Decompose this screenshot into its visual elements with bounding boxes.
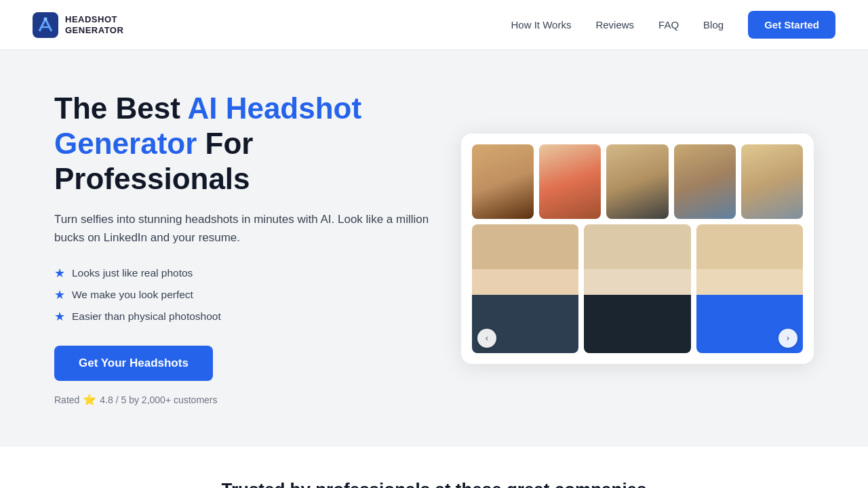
trusted-heading: Trusted by professionals at these great …: [54, 479, 814, 488]
rating-value: 4.8 / 5 by 2,000+ customers: [100, 394, 217, 405]
rating-label: Rated: [54, 394, 79, 405]
navbar: HEADSHOT GENERATOR How It Works Reviews …: [0, 0, 868, 50]
get-started-button[interactable]: Get Started: [748, 11, 835, 39]
headshot-collage: ‹ ›: [461, 134, 814, 364]
hero-image: ‹ ›: [461, 134, 814, 364]
logo-icon: [33, 12, 58, 38]
rating-text: Rated ⭐ 4.8 / 5 by 2,000+ customers: [54, 393, 434, 406]
headshot-pro-2: [584, 224, 690, 353]
rating-star-icon: ⭐: [83, 393, 96, 406]
logo[interactable]: HEADSHOT GENERATOR: [33, 12, 123, 38]
cta-button[interactable]: Get Your Headshots: [54, 346, 213, 381]
collage-row-top: [472, 144, 803, 219]
collage-row-bottom: ‹ ›: [472, 224, 803, 353]
nav-links: How It Works Reviews FAQ Blog Get Starte…: [511, 11, 836, 39]
star-icon-2: ★: [54, 287, 65, 302]
feature-label-3: Easier than physical photoshoot: [72, 310, 221, 323]
nav-reviews[interactable]: Reviews: [595, 19, 634, 30]
feature-item-3: ★ Easier than physical photoshoot: [54, 309, 434, 324]
star-icon-1: ★: [54, 266, 65, 281]
feature-item-2: ★ We make you look perfect: [54, 287, 434, 302]
svg-point-1: [44, 17, 47, 20]
feature-list: ★ Looks just like real photos ★ We make …: [54, 266, 434, 324]
headshot-4: [674, 144, 736, 219]
svg-rect-0: [33, 12, 58, 38]
headshot-pro-1: ‹: [472, 224, 578, 353]
nav-faq[interactable]: FAQ: [658, 19, 679, 30]
feature-label-1: Looks just like real photos: [72, 267, 193, 279]
headshot-1: [472, 144, 534, 219]
hero-subtitle: Turn selfies into stunning headshots in …: [54, 210, 434, 247]
trusted-section: Trusted by professionals at these great …: [0, 447, 868, 488]
hero-content: The Best AI Headshot Generator For Profe…: [54, 91, 434, 406]
headshot-5: [741, 144, 803, 219]
logo-text: HEADSHOT GENERATOR: [65, 14, 123, 35]
headshot-2: [539, 144, 601, 219]
heading-part1: The Best: [54, 92, 187, 125]
collage-next-button[interactable]: ›: [778, 329, 797, 348]
headshot-pro-3: ›: [696, 224, 803, 353]
feature-item-1: ★ Looks just like real photos: [54, 266, 434, 281]
collage-prev-button[interactable]: ‹: [477, 329, 496, 348]
hero-section: The Best AI Headshot Generator For Profe…: [0, 50, 868, 447]
star-icon-3: ★: [54, 309, 65, 324]
headshot-3: [606, 144, 668, 219]
hero-heading: The Best AI Headshot Generator For Profe…: [54, 91, 434, 197]
nav-blog[interactable]: Blog: [703, 19, 724, 30]
nav-how-it-works[interactable]: How It Works: [511, 19, 572, 30]
feature-label-2: We make you look perfect: [72, 289, 193, 301]
